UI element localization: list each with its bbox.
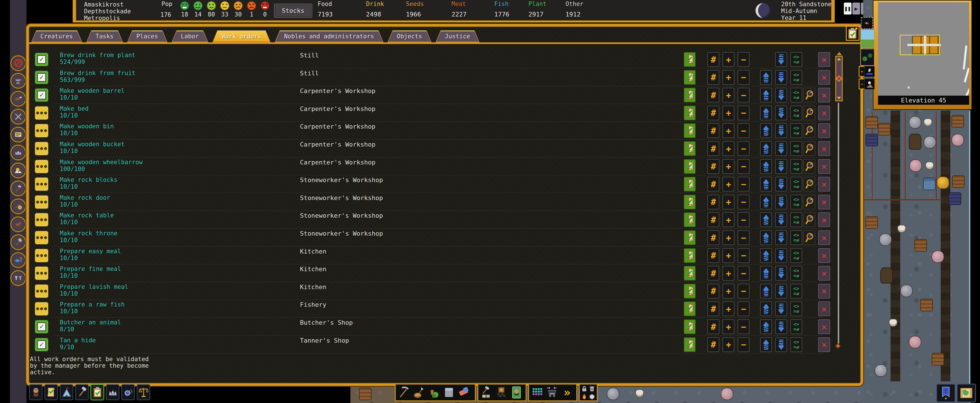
order-decrease-button[interactable]: − [738,301,749,316]
world-map-button[interactable] [957,384,976,403]
order-increase-button[interactable]: + [722,266,735,281]
order-decrease-button[interactable]: − [738,319,749,334]
order-move-down-button[interactable] [775,248,787,263]
order-move-up-button[interactable] [760,284,772,298]
order-details-magnifier-button[interactable] [803,177,815,192]
mountain-sun-icon[interactable] [11,163,26,178]
order-details-magnifier-button[interactable] [803,141,815,156]
order-status-toggle[interactable]: ✓ [35,231,48,244]
order-move-down-button[interactable] [775,284,787,298]
minimap-viewport-rect[interactable] [900,35,940,55]
order-conditions-button[interactable]: <>=≠ [790,212,802,227]
work-order-row[interactable]: ✓ Make wooden bin 10/10 Carpenter's Work… [31,122,840,140]
order-conditions-button[interactable]: <>=≠ [790,123,802,138]
order-conditions-button[interactable]: <>=≠ [790,301,802,316]
order-validated-scroll-icon[interactable] [684,106,696,121]
work-order-row[interactable]: ✓ Brew drink from plant 524/999 Still # … [31,51,840,68]
order-decrease-button[interactable]: − [738,230,749,245]
order-conditions-button[interactable]: <>=≠ [790,230,802,245]
work-order-row[interactable]: ✓ Make wooden wheelbarrow 100/100 Carpen… [31,158,840,175]
order-set-amount-button[interactable]: # [707,212,719,227]
tab-work-orders[interactable]: Work orders [212,30,270,43]
order-increase-button[interactable]: + [722,141,735,156]
order-set-amount-button[interactable]: # [707,177,719,192]
order-move-down-button[interactable] [775,337,787,352]
order-set-amount-button[interactable]: # [707,248,719,263]
order-conditions-button[interactable]: <>=≠ [790,70,802,85]
order-decrease-button[interactable]: − [738,70,749,85]
scrollbar-track[interactable] [838,103,839,344]
work-order-row[interactable]: ✓ Butcher an animal 8/10 Butcher's Shop … [31,318,840,336]
order-validated-scroll-icon[interactable] [684,248,696,263]
stocks-button[interactable]: Stocks [274,4,312,17]
order-set-amount-button[interactable]: # [707,266,719,281]
work-order-row[interactable]: ✓ Prepare lavish meal 10/10 Kitchen # + … [31,282,840,300]
order-conditions-button[interactable]: <>=≠ [790,319,802,334]
order-set-amount-button[interactable]: # [707,284,719,298]
order-validated-scroll-icon[interactable] [684,52,696,67]
tab-nobles-and-administrators[interactable]: Nobles and administrators [275,30,383,43]
order-decrease-button[interactable]: − [738,177,749,192]
order-increase-button[interactable]: + [722,248,735,263]
order-set-amount-button[interactable]: # [707,159,719,174]
place-stockpile-icon[interactable] [494,385,508,400]
new-work-order-button[interactable] [846,26,859,41]
order-conditions-button[interactable]: <>=≠ [790,337,802,352]
order-details-magnifier-button[interactable] [803,159,815,174]
order-remove-button[interactable]: ✕ [818,123,830,138]
order-status-toggle[interactable]: ✓ [35,124,48,138]
toolbar-work-orders-button[interactable] [91,384,104,400]
order-increase-button[interactable]: + [722,301,735,316]
work-order-row[interactable]: ✓ Make rock table 10/10 Stoneworker's Wo… [31,211,840,228]
order-remove-button[interactable]: ✕ [818,88,830,102]
order-increase-button[interactable]: + [722,212,735,227]
order-status-toggle[interactable]: ✓ [35,320,48,333]
order-validated-scroll-icon[interactable] [684,212,696,227]
order-increase-button[interactable]: + [722,337,735,352]
order-move-up-button[interactable] [760,88,772,102]
order-conditions-button[interactable]: <>=≠ [790,159,802,174]
tab-places[interactable]: Places [127,30,167,43]
order-status-toggle[interactable]: ✓ [35,52,48,66]
order-status-toggle[interactable]: ✓ [35,195,48,209]
goblets-icon[interactable] [11,270,26,286]
pick-and-sack-icon[interactable] [11,199,26,214]
order-set-amount-button[interactable]: # [707,195,719,209]
order-set-amount-button[interactable]: # [707,123,719,138]
order-set-amount-button[interactable]: # [707,52,719,67]
play-button[interactable]: ▶ [853,3,860,14]
order-move-down-button[interactable] [775,70,787,85]
dump-trash-icon[interactable] [588,385,596,392]
order-move-up-button[interactable] [760,141,772,156]
tab-objects[interactable]: Objects [387,30,431,43]
order-move-up-button[interactable] [760,337,772,352]
order-set-amount-button[interactable]: # [707,141,719,156]
sheathed-blade-icon[interactable] [11,91,26,106]
order-status-toggle[interactable]: ✓ [35,284,48,298]
fire-icon[interactable] [581,393,588,400]
order-validated-scroll-icon[interactable] [684,141,696,156]
pause-button[interactable]: ❚❚ [844,3,851,14]
order-decrease-button[interactable]: − [738,159,749,174]
order-set-amount-button[interactable]: # [707,301,719,316]
order-validated-scroll-icon[interactable] [684,230,696,245]
order-increase-button[interactable]: + [722,230,735,245]
order-remove-button[interactable]: ✕ [818,319,830,334]
order-move-down-button[interactable] [775,230,787,245]
work-order-row[interactable]: ✓ Prepare easy meal 10/10 Kitchen # + − … [31,247,840,264]
work-order-row[interactable]: ✓ Make wooden barrel 10/10 Carpenter's W… [31,86,840,104]
order-remove-button[interactable]: ✕ [818,106,830,121]
order-conditions-button[interactable]: <>=≠ [790,266,802,281]
order-conditions-button[interactable]: <>=≠ [790,88,802,102]
order-remove-button[interactable]: ✕ [818,195,830,209]
toolbar-labor-button[interactable] [75,384,89,400]
order-move-up-button[interactable] [760,159,772,174]
order-increase-button[interactable]: + [722,88,735,102]
stop-follow-icon[interactable]: ➜✕ [861,17,873,29]
order-conditions-button[interactable]: <>=≠ [790,52,802,67]
order-move-up-button[interactable] [760,319,772,334]
work-order-row[interactable]: ✓ Make wooden bucket 10/10 Carpenter's W… [31,140,840,157]
order-move-up-button[interactable] [760,70,772,85]
toolbar-nobles-button[interactable] [106,384,119,400]
order-validated-scroll-icon[interactable] [684,88,696,102]
